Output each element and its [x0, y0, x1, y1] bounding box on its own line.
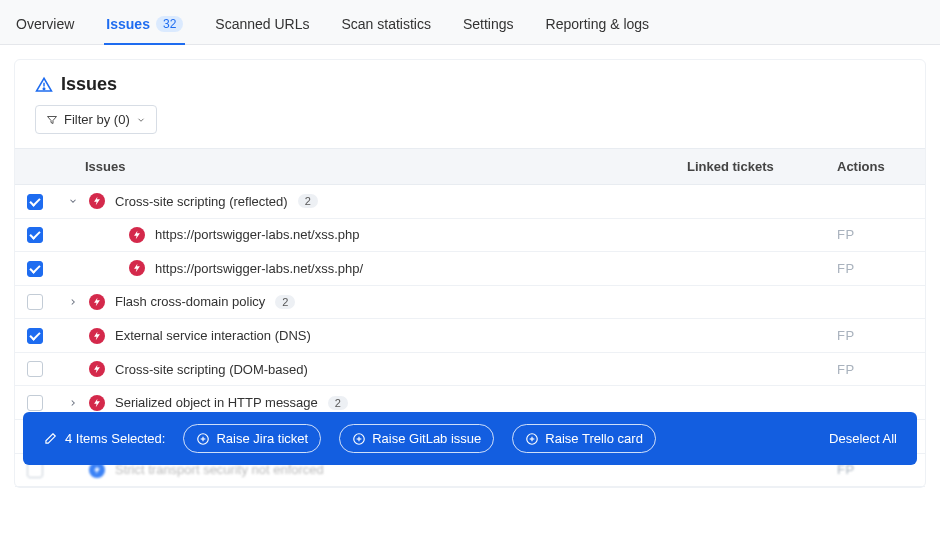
severity-critical-icon — [89, 395, 105, 411]
selection-bar: 4 Items Selected: Raise Jira ticket Rais… — [23, 412, 917, 465]
tab-label: Overview — [16, 16, 74, 32]
col-checkbox-header — [15, 149, 55, 185]
row-checkbox[interactable] — [27, 361, 43, 377]
plus-circle-icon — [196, 432, 210, 446]
tab-reporting-logs[interactable]: Reporting & logs — [544, 10, 652, 44]
row-checkbox[interactable] — [27, 194, 43, 210]
row-linked-cell — [675, 352, 825, 386]
chevron-down-icon[interactable] — [67, 196, 79, 206]
row-issue-cell: External service interaction (DNS) — [55, 319, 675, 353]
issue-label[interactable]: External service interaction (DNS) — [115, 328, 311, 343]
issues-panel: Issues Filter by (0) Issues Linked ticke… — [14, 59, 926, 488]
severity-critical-icon — [89, 193, 105, 209]
raise-gitlab-button[interactable]: Raise GitLab issue — [339, 424, 494, 453]
row-actions-cell — [825, 285, 925, 319]
row-linked-cell — [675, 319, 825, 353]
deselect-all-button[interactable]: Deselect All — [829, 431, 897, 446]
tab-label: Scanned URLs — [215, 16, 309, 32]
issue-label[interactable]: Cross-site scripting (DOM-based) — [115, 362, 308, 377]
row-linked-cell — [675, 252, 825, 286]
issue-label[interactable]: Flash cross-domain policy — [115, 294, 265, 309]
table-row: Flash cross-domain policy2 — [15, 285, 925, 319]
fp-action[interactable]: FP — [837, 328, 855, 343]
severity-critical-icon — [89, 361, 105, 377]
row-actions-cell: FP — [825, 252, 925, 286]
chevron-right-icon[interactable] — [67, 297, 79, 307]
tab-bar: Overview Issues 32 Scanned URLs Scan sta… — [0, 0, 940, 45]
tab-label: Reporting & logs — [546, 16, 650, 32]
col-actions-header: Actions — [825, 149, 925, 185]
row-issue-cell: https://portswigger-labs.net/xss.php/ — [55, 252, 675, 286]
button-label: Raise GitLab issue — [372, 431, 481, 446]
tab-label: Settings — [463, 16, 514, 32]
row-linked-cell — [675, 185, 825, 219]
row-actions-cell: FP — [825, 218, 925, 252]
row-checkbox-cell — [15, 252, 55, 286]
filter-row: Filter by (0) — [15, 105, 925, 148]
table-row: https://portswigger-labs.net/xss.php/FP — [15, 252, 925, 286]
filter-label: Filter by (0) — [64, 112, 130, 127]
svg-point-1 — [43, 88, 45, 90]
raise-jira-button[interactable]: Raise Jira ticket — [183, 424, 321, 453]
row-checkbox[interactable] — [27, 328, 43, 344]
button-label: Raise Trello card — [545, 431, 643, 446]
table-row: Cross-site scripting (reflected)2 — [15, 185, 925, 219]
row-actions-cell: FP — [825, 352, 925, 386]
plus-circle-icon — [352, 432, 366, 446]
table-row: Cross-site scripting (DOM-based)FP — [15, 352, 925, 386]
chevron-down-icon — [136, 115, 146, 125]
row-checkbox-cell — [15, 218, 55, 252]
row-checkbox-cell — [15, 185, 55, 219]
row-checkbox[interactable] — [27, 395, 43, 411]
warning-triangle-icon — [35, 76, 53, 94]
tab-label: Scan statistics — [341, 16, 430, 32]
issue-label[interactable]: Cross-site scripting (reflected) — [115, 194, 288, 209]
filter-button[interactable]: Filter by (0) — [35, 105, 157, 134]
raise-trello-button[interactable]: Raise Trello card — [512, 424, 656, 453]
row-issue-cell: Cross-site scripting (DOM-based) — [55, 352, 675, 386]
fp-action[interactable]: FP — [837, 227, 855, 242]
row-linked-cell — [675, 285, 825, 319]
button-label: Raise Jira ticket — [216, 431, 308, 446]
pencil-icon — [43, 432, 57, 446]
row-issue-cell: https://portswigger-labs.net/xss.php — [55, 218, 675, 252]
row-checkbox-cell — [15, 285, 55, 319]
tab-issues[interactable]: Issues 32 — [104, 10, 185, 44]
severity-critical-icon — [89, 294, 105, 310]
issues-count-badge: 32 — [156, 16, 183, 32]
tab-label: Issues — [106, 16, 150, 32]
issue-label[interactable]: https://portswigger-labs.net/xss.php/ — [155, 261, 363, 276]
severity-critical-icon — [129, 227, 145, 243]
tab-scanned-urls[interactable]: Scanned URLs — [213, 10, 311, 44]
table-row: External service interaction (DNS)FP — [15, 319, 925, 353]
row-checkbox-cell — [15, 319, 55, 353]
row-checkbox[interactable] — [27, 294, 43, 310]
issue-count-badge: 2 — [298, 194, 318, 208]
selection-count-text: 4 Items Selected: — [65, 431, 165, 446]
tab-overview[interactable]: Overview — [14, 10, 76, 44]
panel-header: Issues — [15, 74, 925, 105]
issue-count-badge: 2 — [328, 396, 348, 410]
row-checkbox[interactable] — [27, 227, 43, 243]
issue-label[interactable]: Serialized object in HTTP message — [115, 395, 318, 410]
fp-action[interactable]: FP — [837, 261, 855, 276]
tab-settings[interactable]: Settings — [461, 10, 516, 44]
tab-scan-statistics[interactable]: Scan statistics — [339, 10, 432, 44]
row-actions-cell: FP — [825, 319, 925, 353]
row-issue-cell: Cross-site scripting (reflected)2 — [55, 185, 675, 219]
severity-critical-icon — [129, 260, 145, 276]
severity-critical-icon — [89, 328, 105, 344]
row-linked-cell — [675, 218, 825, 252]
issue-label[interactable]: https://portswigger-labs.net/xss.php — [155, 227, 360, 242]
row-actions-cell — [825, 185, 925, 219]
row-issue-cell: Flash cross-domain policy2 — [55, 285, 675, 319]
col-issues-header: Issues — [55, 149, 675, 185]
filter-icon — [46, 114, 58, 126]
fp-action[interactable]: FP — [837, 362, 855, 377]
chevron-right-icon[interactable] — [67, 398, 79, 408]
selection-lead: 4 Items Selected: — [43, 431, 165, 446]
panel-title: Issues — [61, 74, 117, 95]
row-checkbox[interactable] — [27, 261, 43, 277]
row-checkbox-cell — [15, 352, 55, 386]
table-row: https://portswigger-labs.net/xss.phpFP — [15, 218, 925, 252]
